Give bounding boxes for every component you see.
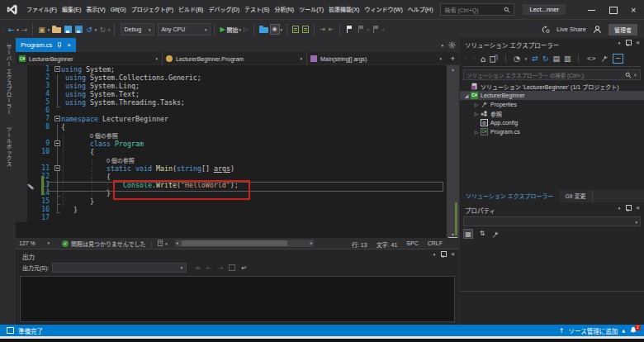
output-dropdown-icon[interactable]: ▾ xyxy=(433,252,436,257)
tree-item-app-config[interactable]: ⚙App.config xyxy=(460,118,644,127)
redo-dropdown[interactable]: ▾ xyxy=(107,27,111,32)
se-pending-filter-icon[interactable]: ◔ xyxy=(514,55,520,63)
tab-program-cs[interactable]: Program.cs × xyxy=(16,38,76,52)
pin-icon[interactable] xyxy=(56,42,63,49)
hscroll-thumb[interactable] xyxy=(182,240,287,246)
se-switch-views-icon[interactable] xyxy=(490,55,498,63)
solution-configuration-dropdown[interactable]: Debug▾ xyxy=(121,23,154,36)
code-editor[interactable]: 1using System;2 using System.Collections… xyxy=(16,65,447,238)
horizontal-scrollbar[interactable]: ◂ ▸ xyxy=(175,240,314,247)
bookmark-next-icon[interactable] xyxy=(358,26,364,33)
props-pin-icon[interactable] xyxy=(626,205,630,211)
output-clear-icon[interactable] xyxy=(229,264,235,271)
props-pages-icon[interactable] xyxy=(491,230,500,239)
se-nest-icon[interactable]: ▤ xyxy=(552,55,560,63)
maximize-button[interactable] xyxy=(609,6,618,14)
health-settings-icon[interactable] xyxy=(157,240,164,247)
se-refresh-icon[interactable]: ↻ xyxy=(542,55,549,63)
se-forward-icon[interactable]: ◦ xyxy=(471,55,476,63)
undo-button[interactable]: ↺ xyxy=(84,22,94,37)
menu-item-11[interactable]: ウィンドウ(W) xyxy=(362,7,405,12)
tree-item-lecturerbeginner[interactable]: ◢C#LecturerBeginner xyxy=(460,91,644,100)
navigate-forward-button[interactable]: → xyxy=(20,22,30,37)
solution-explorer-search[interactable]: ソリューション エクスプローラー の検索 (Ctrl+;) ▾ xyxy=(463,69,641,80)
redo-button[interactable]: ↻ xyxy=(97,22,107,37)
menu-item-0[interactable]: ファイル(F) xyxy=(24,7,59,12)
menu-item-7[interactable]: テスト(S) xyxy=(242,7,272,12)
se-sync-icon[interactable]: ⇄ xyxy=(532,55,538,63)
output-next-message-icon[interactable]: → xyxy=(218,264,224,272)
tree-expander[interactable]: ◢ xyxy=(463,93,470,98)
tree-expander[interactable]: ▷ xyxy=(473,129,480,135)
notifications-bell-icon[interactable]: 2 xyxy=(629,326,637,335)
indent-icon[interactable]: ⇥ xyxy=(318,22,327,37)
close-button[interactable]: × xyxy=(631,6,639,14)
live-share-button[interactable]: Live Share xyxy=(556,26,586,33)
output-content[interactable] xyxy=(20,276,455,322)
se-close-icon[interactable]: × xyxy=(636,40,640,46)
zoom-dropdown[interactable]: 127 %▾ xyxy=(16,240,54,246)
ide-camera-icon[interactable]: ◉ xyxy=(270,24,280,35)
se-filter-caret[interactable]: ▾ xyxy=(524,56,528,61)
health-dropdown[interactable]: ▾ xyxy=(164,241,168,246)
tree-item-program-cs[interactable]: ▷C#Program.cs xyxy=(460,127,644,136)
se-viewcode-icon[interactable]: <> xyxy=(586,55,596,62)
save-all-button[interactable] xyxy=(75,26,83,33)
menu-item-12[interactable]: ヘルプ(H) xyxy=(405,7,436,12)
menu-item-9[interactable]: ツール(T) xyxy=(296,7,326,12)
nav-member-dropdown[interactable]: Main(string[] args)▾ xyxy=(307,52,446,65)
scroll-left-icon[interactable]: ◂ xyxy=(176,240,178,245)
nav-class-dropdown[interactable]: LecturerBeginner.Program▾ xyxy=(163,52,307,65)
start-without-debug-icon[interactable]: ▷ xyxy=(242,22,249,37)
se-back-icon[interactable]: ◦ xyxy=(463,55,467,63)
navigate-back-button[interactable]: ← xyxy=(7,22,17,37)
start-debug-icon[interactable]: ▶ xyxy=(218,22,226,37)
tree-item--lecturerbeginner-1-1-[interactable]: ソリューション 'LecturerBeginner' (1/1 プロジェクト) xyxy=(460,82,644,91)
se-home-icon[interactable]: ⌂ xyxy=(481,55,485,64)
source-control-caret[interactable]: ▲ xyxy=(622,328,625,333)
start-debug-button[interactable]: 開始 xyxy=(227,26,239,34)
se-preview-toggle-icon[interactable]: − xyxy=(613,54,623,64)
se-dropdown-icon[interactable]: ▾ xyxy=(618,40,621,45)
live-share-icon[interactable] xyxy=(542,26,550,34)
props-alphabetical-icon[interactable]: ⇅ xyxy=(477,229,487,239)
bookmark-prev-icon[interactable] xyxy=(372,26,379,33)
minimize-button[interactable] xyxy=(588,6,596,14)
send-feedback-icon[interactable] xyxy=(593,25,602,34)
se-search-caret[interactable]: ▾ xyxy=(633,72,637,78)
se-pin-icon[interactable] xyxy=(626,40,630,46)
scroll-right-icon[interactable]: ▸ xyxy=(310,240,313,245)
vertical-scrollbar[interactable]: ▴ ▾ xyxy=(447,65,459,238)
scroll-up-icon[interactable]: ▴ xyxy=(447,66,459,72)
output-pin-icon[interactable] xyxy=(441,251,445,258)
bookmark-icon[interactable] xyxy=(346,26,353,33)
output-wordwrap-icon[interactable]: ↵ xyxy=(241,264,247,272)
props-dropdown-icon[interactable]: ▾ xyxy=(618,206,621,211)
add-source-control-button[interactable]: ソース管理に追加 xyxy=(569,326,618,335)
left-strip-tab-0[interactable]: サーバー エクスプローラー xyxy=(4,38,12,121)
tree-expander[interactable]: ▷ xyxy=(473,102,480,107)
menu-item-4[interactable]: プロジェクト(P) xyxy=(129,7,176,12)
camera-dropdown[interactable]: ▾ xyxy=(280,27,284,32)
comment-icon[interactable] xyxy=(292,26,299,33)
window-options-icon[interactable] xyxy=(448,41,456,49)
save-button[interactable] xyxy=(64,26,72,33)
menu-item-2[interactable]: 表示(V) xyxy=(83,7,107,12)
props-categorized-icon[interactable]: ▦ xyxy=(463,229,473,239)
active-files-dropdown[interactable]: ▾ xyxy=(441,43,443,48)
outdent-icon[interactable]: ⇤ xyxy=(327,22,336,37)
properties-object-dropdown[interactable]: ▾ xyxy=(463,216,641,226)
tree-item--[interactable]: ▷参照 xyxy=(460,109,644,118)
tree-item-properties[interactable]: ▷Properties xyxy=(460,100,644,109)
split-window-button[interactable]: + xyxy=(447,52,459,64)
props-close-icon[interactable]: × xyxy=(636,205,640,211)
left-strip-tab-1[interactable]: ツールボックス xyxy=(4,121,12,173)
menu-item-10[interactable]: 拡張機能(X) xyxy=(326,7,362,12)
tool-tab-0[interactable]: ソリューション エクスプローラー xyxy=(460,190,560,202)
solution-platform-dropdown[interactable]: Any CPU▾ xyxy=(158,23,211,36)
output-prev-message-icon[interactable]: ← xyxy=(206,264,212,272)
tool-tab-1[interactable]: Git 変更 xyxy=(560,190,593,202)
open-file-button[interactable] xyxy=(52,27,61,33)
se-properties-icon[interactable] xyxy=(600,55,608,63)
menu-item-3[interactable]: Git(G) xyxy=(108,7,129,12)
